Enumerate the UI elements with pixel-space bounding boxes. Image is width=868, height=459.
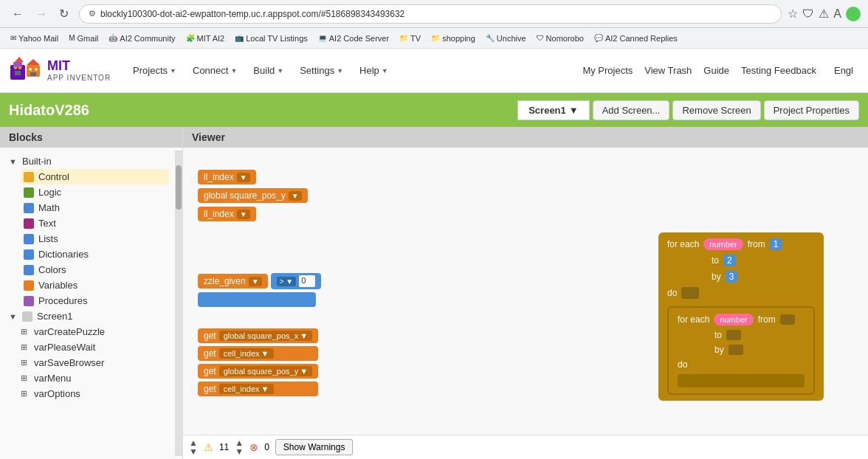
ll-index-label-2: ll_index <box>204 209 234 219</box>
bookmark-ai2-canned[interactable]: 💬 AI2 Canned Replies <box>590 32 682 44</box>
shield-icon[interactable]: 🛡 <box>802 7 814 21</box>
procedures-item[interactable]: Procedures <box>21 293 169 308</box>
nav-settings[interactable]: Settings ▼ <box>292 61 351 80</box>
lists-icon <box>24 234 34 244</box>
colors-item[interactable]: Colors <box>21 262 169 277</box>
add-screen-button[interactable]: Add Screen... <box>593 100 670 120</box>
bookmark-nomorobo[interactable]: 🛡 Nomorobo <box>532 32 588 44</box>
for-each-block-1[interactable]: for each number from 1 to 2 by 3 do <box>658 232 824 401</box>
bookmark-shopping[interactable]: 📁 shopping <box>427 32 480 44</box>
bookmark-tv[interactable]: 📁 TV <box>395 32 425 44</box>
forward-button[interactable]: → <box>31 5 52 22</box>
input-slot-0: 0 <box>299 275 315 287</box>
bookmark-ai2-community[interactable]: 🤖 AI2 Community <box>104 32 179 44</box>
var-please-wait-item[interactable]: ⊞ varPleaseWait <box>18 339 169 355</box>
my-projects-link[interactable]: My Projects <box>582 65 633 76</box>
address-bar[interactable]: ⚙ blockly100300-dot-ai2-ewpatton-temp.uc… <box>79 4 782 24</box>
bookmark-local-tv[interactable]: 📺 Local TV Listings <box>230 32 312 44</box>
remove-screen-button[interactable]: Remove Screen <box>672 100 760 120</box>
view-trash-link[interactable]: View Trash <box>644 65 692 76</box>
var-save-browser-item[interactable]: ⊞ varSaveBrowser <box>18 355 169 370</box>
dictionaries-label: Dictionaries <box>38 249 89 260</box>
control-item[interactable]: Control <box>21 169 169 184</box>
var-save-browser-label: varSaveBrowser <box>34 357 104 368</box>
ll-index-dropdown-1[interactable]: ▼ <box>237 173 250 182</box>
bookmark-gmail[interactable]: M Gmail <box>64 32 103 44</box>
expand-icon: ⊞ <box>21 327 30 337</box>
expand-icon: ⊞ <box>21 358 30 367</box>
blocks-scrollbar[interactable] <box>175 151 182 456</box>
colors-icon <box>24 265 34 275</box>
get-block-2[interactable]: get cell_index ▼ <box>198 346 318 361</box>
dictionaries-item[interactable]: Dictionaries <box>21 246 169 262</box>
viewer-content[interactable]: ll_index ▼ global square_pos_y ▼ ll_inde… <box>183 148 868 459</box>
yahoo-icon: ✉ <box>10 34 16 42</box>
back-button[interactable]: ← <box>7 5 28 22</box>
text-label: Text <box>38 218 56 229</box>
do-label-1: do <box>667 288 677 298</box>
logic-item[interactable]: Logic <box>21 184 169 200</box>
var-options-label: varOptions <box>34 388 80 399</box>
get-cell-index-2[interactable]: cell_index ▼ <box>219 384 274 394</box>
get-global-square-pos-x[interactable]: global square_pos_x ▼ <box>219 331 312 341</box>
builtin-section-item[interactable]: ▼ Built-in <box>6 153 169 169</box>
puzzle-given-dropdown[interactable]: ▼ <box>249 277 262 286</box>
chevron-down-icon: ▼ <box>337 67 343 75</box>
chevron-down-icon: ▼ <box>569 105 579 116</box>
gt-dropdown[interactable]: > ▼ <box>277 277 297 286</box>
get-block-4[interactable]: get cell_index ▼ <box>198 382 318 396</box>
for-each-block-2[interactable]: for each number from to by <box>667 306 815 395</box>
blocks-content: ▼ Built-in Control Logic Math <box>0 148 182 459</box>
bookmark-button[interactable]: ☆ <box>788 7 798 21</box>
chevron-down-icon: ▼ <box>277 67 283 75</box>
math-icon <box>24 203 34 213</box>
warning-icon[interactable]: ⚠ <box>819 7 829 21</box>
blue-sub-block[interactable] <box>198 292 316 307</box>
math-item[interactable]: Math <box>21 200 169 215</box>
screen1-button[interactable]: Screen1 ▼ <box>517 100 589 120</box>
mit-logo[interactable]: MIT APP INVENTOR <box>9 55 111 87</box>
get-cell-index-1[interactable]: cell_index ▼ <box>219 348 274 359</box>
lists-item[interactable]: Lists <box>21 231 169 246</box>
ll-index-dropdown-2[interactable]: ▼ <box>237 210 250 219</box>
bookmark-unchive[interactable]: 🔧 Unchive <box>481 32 531 44</box>
to-label-1: to <box>712 255 719 266</box>
reload-button[interactable]: ↻ <box>55 5 73 22</box>
var-options-item[interactable]: ⊞ varOptions <box>18 386 169 401</box>
logic-label: Logic <box>38 187 61 198</box>
compare-block[interactable]: zzle_given ▼ > ▼ 0 <box>198 273 321 289</box>
svg-marker-7 <box>27 59 40 65</box>
project-properties-button[interactable]: Project Properties <box>764 100 859 120</box>
nav-projects[interactable]: Projects ▼ <box>125 61 184 80</box>
translate-icon[interactable]: A <box>833 7 841 21</box>
get-global-square-pos-y[interactable]: global square_pos_y ▼ <box>219 366 312 376</box>
screen1-section-item[interactable]: ▼ Screen1 <box>6 308 169 324</box>
get-block-3[interactable]: get global square_pos_y ▼ <box>198 364 318 379</box>
ll-index-block-2[interactable]: ll_index ▼ <box>198 207 256 221</box>
global-square-pos-y-block[interactable]: global square_pos_y ▼ <box>198 188 308 203</box>
screen-selector: Screen1 ▼ <box>517 100 589 120</box>
var-create-puzzle-item[interactable]: ⊞ varCreatePuzzle <box>18 324 169 339</box>
bookmark-ai2-code[interactable]: 💻 AI2 Code Server <box>314 32 393 44</box>
variables-item[interactable]: Variables <box>21 277 169 293</box>
guide-link[interactable]: Guide <box>703 65 729 76</box>
warning-count: 11 <box>219 442 229 452</box>
nav-build[interactable]: Build ▼ <box>246 61 291 80</box>
nav-help[interactable]: Help ▼ <box>352 61 396 80</box>
text-item[interactable]: Text <box>21 215 169 231</box>
mit-label: MIT <box>47 59 111 74</box>
show-warnings-button[interactable]: Show Warnings <box>275 439 354 455</box>
global-square-pos-y-dropdown[interactable]: ▼ <box>289 191 302 201</box>
procedures-icon <box>24 296 34 306</box>
svg-point-8 <box>29 68 32 71</box>
bookmark-mit-ai2[interactable]: 🧩 MIT AI2 <box>182 32 230 44</box>
var-menu-item[interactable]: ⊞ varMenu <box>18 370 169 386</box>
testing-feedback-link[interactable]: Testing Feedback <box>741 65 816 76</box>
language-button[interactable]: Engl <box>828 62 859 79</box>
nav-connect[interactable]: Connect ▼ <box>185 61 244 80</box>
ll-index-block-1[interactable]: ll_index ▼ <box>198 170 256 184</box>
get-block-1[interactable]: get global square_pos_x ▼ <box>198 328 318 343</box>
by-connector-2 <box>728 345 743 355</box>
bookmark-yahoo-mail[interactable]: ✉ Yahoo Mail <box>6 32 63 44</box>
procedures-label: Procedures <box>38 295 87 306</box>
